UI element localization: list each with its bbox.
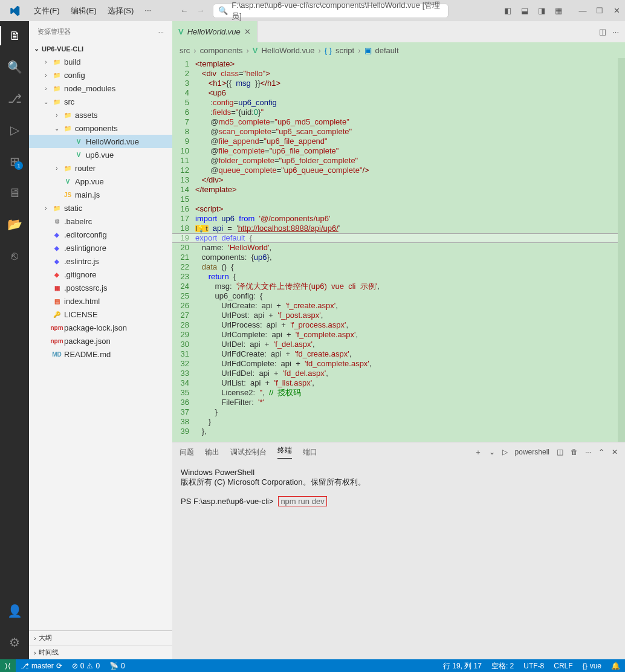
- remote-indicator[interactable]: ⟩⟨: [0, 659, 16, 672]
- tree-item[interactable]: npmpackage.json: [29, 334, 172, 347]
- tree-item[interactable]: ›📁static: [29, 201, 172, 215]
- close-icon[interactable]: ✕: [608, 6, 625, 15]
- tab-close-icon[interactable]: ✕: [244, 27, 251, 36]
- kill-terminal-icon[interactable]: 🗑: [571, 448, 578, 456]
- panel-tab-terminal[interactable]: 终端: [277, 445, 292, 459]
- menu-edit[interactable]: 编辑(E): [66, 3, 102, 19]
- chevron-icon[interactable]: ⌄: [42, 99, 50, 105]
- terminal-body[interactable]: Windows PowerShell 版权所有 (C) Microsoft Co…: [172, 462, 625, 659]
- ports-status[interactable]: 📡 0: [105, 662, 130, 670]
- panel-more-icon[interactable]: ···: [585, 448, 591, 456]
- crumb[interactable]: src: [180, 46, 190, 55]
- crumb[interactable]: script: [335, 46, 354, 55]
- panel-maximize-icon[interactable]: ⌃: [598, 448, 604, 456]
- layout-bottom-icon[interactable]: ⬓: [516, 6, 533, 15]
- tree-item[interactable]: ›📁config: [29, 68, 172, 82]
- tree-item[interactable]: npmpackage-lock.json: [29, 321, 172, 334]
- misc-icon[interactable]: ⎋: [0, 246, 29, 265]
- extensions-icon[interactable]: ⊞1: [0, 152, 29, 171]
- language-status[interactable]: {} vue: [578, 661, 606, 671]
- chevron-icon[interactable]: ›: [42, 59, 50, 65]
- crumb[interactable]: HelloWorld.vue: [262, 46, 315, 55]
- chevron-down-icon[interactable]: ⌄: [34, 45, 39, 53]
- menu-more[interactable]: ···: [140, 3, 156, 19]
- panel-tab-problems[interactable]: 问题: [180, 447, 194, 457]
- code-body[interactable]: <template> <div class="hello"> <h1>{{ ms…: [195, 58, 618, 442]
- crumb[interactable]: components: [200, 46, 243, 55]
- new-terminal-icon[interactable]: ＋: [474, 447, 482, 457]
- indent-status[interactable]: 空格: 2: [487, 661, 519, 671]
- tree-item[interactable]: ›📁build: [29, 55, 172, 68]
- command-center[interactable]: 🔍 F:\asp.net\up6-vue-cli\src\components\…: [213, 4, 449, 18]
- panel-tab-debug[interactable]: 调试控制台: [230, 447, 267, 457]
- nav-forward-icon[interactable]: →: [196, 6, 204, 15]
- source-control-icon[interactable]: ⎇: [0, 89, 29, 108]
- tree-item[interactable]: ▦.postcssrc.js: [29, 281, 172, 294]
- chevron-icon[interactable]: ›: [42, 85, 50, 92]
- crumb[interactable]: default: [375, 46, 399, 55]
- tree-item[interactable]: ›📁assets: [29, 108, 172, 121]
- chevron-icon[interactable]: ›: [42, 72, 50, 79]
- chevron-icon[interactable]: ›: [53, 112, 60, 118]
- tree-item[interactable]: VApp.vue: [29, 175, 172, 188]
- cursor-position[interactable]: 行 19, 列 17: [438, 661, 487, 671]
- tree-item[interactable]: ◆.eslintignore: [29, 241, 172, 254]
- layout-left-icon[interactable]: ◧: [499, 6, 516, 15]
- breadcrumb[interactable]: src› components› VHelloWorld.vue› { }scr…: [172, 42, 625, 58]
- project-root[interactable]: UP6-VUE-CLI: [42, 45, 83, 53]
- tree-item[interactable]: VHelloWorld.vue: [29, 135, 172, 148]
- search-icon[interactable]: 🔍: [0, 57, 29, 77]
- run-debug-icon[interactable]: ▷: [0, 120, 29, 140]
- tab-helloworld[interactable]: V HelloWorld.vue ✕: [172, 21, 257, 42]
- nav-back-icon[interactable]: ←: [180, 6, 188, 15]
- tree-item[interactable]: ◆.eslintrc.js: [29, 254, 172, 268]
- terminal-dropdown-icon[interactable]: ⌄: [489, 448, 495, 456]
- eol-status[interactable]: CRLF: [549, 661, 577, 671]
- tree-item[interactable]: ⌄📁src: [29, 95, 172, 108]
- chevron-right-icon[interactable]: ›: [34, 635, 36, 642]
- chevron-right-icon[interactable]: ›: [34, 649, 36, 656]
- minimize-icon[interactable]: ―: [574, 6, 591, 15]
- notifications-icon[interactable]: 🔔: [606, 661, 625, 671]
- tree-item[interactable]: ◆.editorconfig: [29, 228, 172, 241]
- folder-icon[interactable]: 📂: [0, 215, 29, 234]
- chevron-icon[interactable]: ›: [53, 165, 60, 172]
- file-icon: ⚙: [52, 218, 62, 225]
- outline-header[interactable]: 大纲: [39, 633, 52, 642]
- remote-explorer-icon[interactable]: 🖥: [0, 183, 29, 202]
- tree-item[interactable]: ▤index.html: [29, 294, 172, 308]
- menu-select[interactable]: 选择(S): [103, 3, 138, 19]
- tree-item[interactable]: ›📁node_modules: [29, 82, 172, 95]
- layout-grid-icon[interactable]: ▦: [550, 6, 567, 15]
- panel-tab-ports[interactable]: 端口: [303, 447, 317, 457]
- tree-item[interactable]: ⚙.babelrc: [29, 215, 172, 228]
- git-branch[interactable]: ⎇ master ⟳: [16, 662, 67, 670]
- tree-item[interactable]: JSmain.js: [29, 188, 172, 201]
- problems-status[interactable]: ⊘ 0 ⚠ 0: [67, 662, 105, 670]
- tree-item[interactable]: ⌄📁components: [29, 121, 172, 135]
- split-terminal-icon[interactable]: ◫: [557, 448, 563, 456]
- sidebar-more-icon[interactable]: ···: [158, 28, 164, 36]
- code-editor[interactable]: 1234567891011121314151617181920212223242…: [172, 58, 625, 442]
- tree-item[interactable]: ›📁router: [29, 161, 172, 175]
- layout-right-icon[interactable]: ◨: [533, 6, 550, 15]
- maximize-icon[interactable]: ☐: [591, 6, 608, 15]
- chevron-icon[interactable]: ⌄: [53, 125, 60, 132]
- menu-file[interactable]: 文件(F): [29, 3, 65, 19]
- panel-close-icon[interactable]: ✕: [612, 448, 618, 456]
- explorer-icon[interactable]: 🗎: [0, 26, 29, 45]
- tree-item[interactable]: ◆.gitignore: [29, 268, 172, 281]
- tree-item[interactable]: 🔑LICENSE: [29, 308, 172, 321]
- shell-name[interactable]: powershell: [515, 448, 549, 456]
- panel-tab-output[interactable]: 输出: [205, 447, 219, 457]
- account-icon[interactable]: 👤: [0, 601, 29, 621]
- minimap[interactable]: [618, 58, 625, 442]
- tree-item[interactable]: Vup6.vue: [29, 148, 172, 161]
- timeline-header[interactable]: 时间线: [39, 648, 59, 657]
- encoding-status[interactable]: UTF-8: [519, 661, 549, 671]
- tab-more-icon[interactable]: ···: [612, 27, 619, 36]
- tree-item[interactable]: MDREADME.md: [29, 347, 172, 361]
- chevron-icon[interactable]: ›: [42, 205, 50, 212]
- settings-gear-icon[interactable]: ⚙: [0, 633, 29, 652]
- split-editor-icon[interactable]: ◫: [599, 27, 606, 36]
